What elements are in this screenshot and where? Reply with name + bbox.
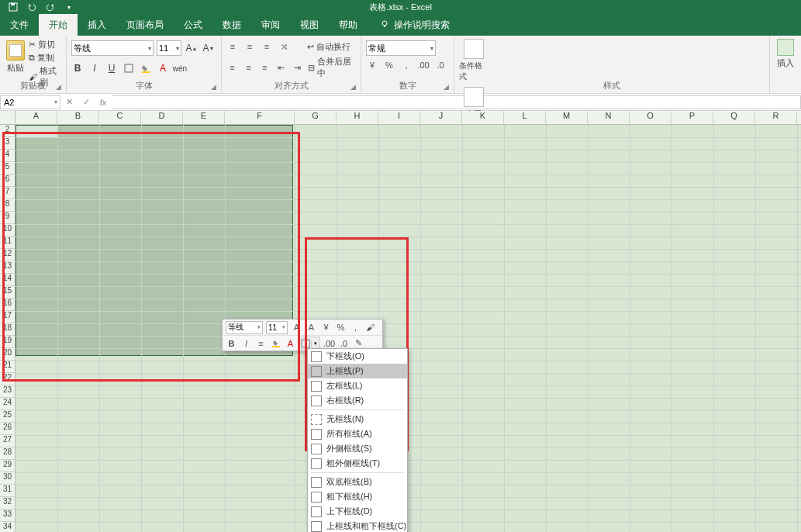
column-header[interactable]: A — [16, 111, 57, 124]
currency-button[interactable]: ¥ — [366, 59, 378, 71]
tab-data[interactable]: 数据 — [212, 14, 251, 36]
align-center-button[interactable]: ≡ — [243, 61, 254, 74]
row-header[interactable]: 30 — [0, 472, 15, 485]
align-right-button[interactable]: ≡ — [259, 61, 271, 74]
mini-bold[interactable]: B — [226, 337, 237, 350]
mini-currency[interactable]: ¥ — [320, 321, 332, 333]
orientation-button[interactable]: ⤭ — [278, 40, 290, 53]
row-header[interactable]: 6 — [0, 174, 15, 187]
mini-align[interactable]: ≡ — [255, 337, 267, 350]
row-header[interactable]: 18 — [0, 323, 15, 336]
select-all-corner[interactable] — [0, 111, 16, 124]
border-menu-item[interactable]: 双底框线(B) — [308, 475, 407, 489]
formula-input[interactable] — [112, 95, 801, 109]
row-header[interactable]: 29 — [0, 460, 15, 472]
copy-button[interactable]: ⧉复制 — [29, 52, 61, 64]
row-header[interactable]: 27 — [0, 435, 15, 447]
row-header[interactable]: 2 — [0, 125, 15, 137]
mini-font-combo[interactable]: 等线▾ — [226, 321, 263, 334]
row-header[interactable]: 28 — [0, 447, 15, 460]
mini-painter[interactable]: 🖌 — [364, 321, 376, 333]
cut-button[interactable]: ✂剪切 — [29, 39, 61, 50]
row-header[interactable]: 34 — [0, 522, 15, 532]
border-menu-item[interactable]: 上框线和粗下框线(C) — [308, 519, 407, 532]
indent-inc-button[interactable]: ⇥ — [292, 61, 303, 74]
percent-button[interactable]: % — [383, 59, 395, 71]
indent-dec-button[interactable]: ⇤ — [275, 61, 287, 74]
tab-formula[interactable]: 公式 — [174, 14, 212, 36]
tab-help[interactable]: 帮助 — [329, 14, 368, 36]
column-header[interactable]: G — [295, 111, 337, 124]
column-header[interactable]: O — [630, 111, 672, 124]
row-header[interactable]: 11 — [0, 237, 15, 249]
mini-size-combo[interactable]: 11▾ — [266, 321, 288, 334]
font-name-combo[interactable]: 等线▾ — [71, 40, 154, 56]
redo-icon[interactable] — [45, 2, 56, 12]
row-header[interactable]: 13 — [0, 261, 15, 274]
border-menu-item[interactable]: 粗外侧框线(T) — [308, 456, 407, 471]
row-header[interactable]: 14 — [0, 274, 15, 286]
column-header[interactable]: D — [141, 111, 183, 124]
column-header[interactable]: J — [420, 111, 462, 124]
row-header[interactable]: 23 — [0, 385, 15, 398]
align-top-button[interactable]: ≡ — [226, 40, 239, 53]
column-header[interactable]: P — [672, 111, 713, 124]
tab-home[interactable]: 开始 — [39, 14, 78, 36]
border-menu-item[interactable]: 左框线(L) — [308, 378, 407, 393]
number-launcher[interactable]: ◢ — [444, 83, 451, 91]
number-format-combo[interactable]: 常规▾ — [366, 40, 436, 56]
border-menu-item[interactable]: 所有框线(A) — [308, 427, 407, 441]
row-header[interactable]: 26 — [0, 423, 15, 435]
row-header[interactable]: 25 — [0, 410, 15, 423]
column-header[interactable]: L — [504, 111, 546, 124]
border-dropdown-icon[interactable]: ▾ — [311, 340, 319, 347]
font-color-button[interactable]: A — [157, 60, 169, 76]
cancel-formula-button[interactable]: ✕ — [60, 97, 78, 107]
row-header[interactable]: 20 — [0, 348, 15, 361]
border-menu-item[interactable]: 右框线(R) — [308, 393, 407, 408]
name-box[interactable]: A2▾ — [0, 95, 60, 109]
wrap-text-button[interactable]: ↩自动换行 — [307, 41, 350, 53]
mini-comma[interactable]: , — [350, 321, 361, 333]
bold-button[interactable]: B — [71, 60, 84, 76]
row-header[interactable]: 33 — [0, 510, 15, 522]
decrease-decimal-button[interactable]: .0 — [434, 59, 447, 71]
row-header[interactable]: 22 — [0, 373, 15, 385]
font-launcher[interactable]: ◢ — [211, 83, 219, 91]
conditional-format-button[interactable]: 条件格式 — [459, 39, 489, 82]
border-menu-item[interactable]: 下框线(O) — [308, 349, 407, 364]
comma-button[interactable]: , — [400, 59, 413, 71]
shrink-font-button[interactable]: A▼ — [202, 40, 216, 56]
border-menu-item[interactable]: 上下框线(D) — [308, 504, 407, 519]
align-launcher[interactable]: ◢ — [350, 83, 358, 91]
row-header[interactable]: 15 — [0, 286, 15, 299]
save-icon[interactable] — [8, 2, 19, 12]
mini-shrink-font[interactable]: A — [306, 321, 317, 333]
column-header[interactable]: N — [588, 111, 630, 124]
row-header[interactable]: 32 — [0, 497, 15, 510]
fill-color-button[interactable] — [140, 60, 152, 76]
column-header[interactable]: I — [378, 111, 420, 124]
border-menu-item[interactable]: 上框线(P) — [308, 364, 407, 378]
tab-layout[interactable]: 页面布局 — [116, 14, 174, 36]
row-header[interactable]: 10 — [0, 224, 15, 237]
row-header[interactable]: 4 — [0, 150, 15, 162]
mini-percent[interactable]: % — [335, 321, 347, 333]
mini-italic[interactable]: I — [240, 337, 252, 350]
align-left-button[interactable]: ≡ — [226, 61, 238, 74]
align-bottom-button[interactable]: ≡ — [261, 40, 273, 53]
fx-button[interactable]: fx — [95, 98, 112, 107]
column-header[interactable]: C — [99, 111, 141, 124]
tab-file[interactable]: 文件 — [0, 14, 39, 36]
underline-button[interactable]: U — [105, 60, 118, 76]
row-header[interactable]: 8 — [0, 199, 15, 212]
row-header[interactable]: 31 — [0, 485, 15, 497]
insert-cells-button[interactable]: 插入 — [777, 57, 794, 69]
tab-review[interactable]: 审阅 — [251, 14, 290, 36]
italic-button[interactable]: I — [88, 60, 101, 76]
column-header[interactable]: K — [462, 111, 504, 124]
merge-center-button[interactable]: ⊟合并后居中 — [308, 56, 356, 79]
row-header[interactable]: 21 — [0, 361, 15, 373]
align-middle-button[interactable]: ≡ — [243, 40, 256, 53]
border-menu-item[interactable]: 无框线(N) — [308, 412, 407, 427]
